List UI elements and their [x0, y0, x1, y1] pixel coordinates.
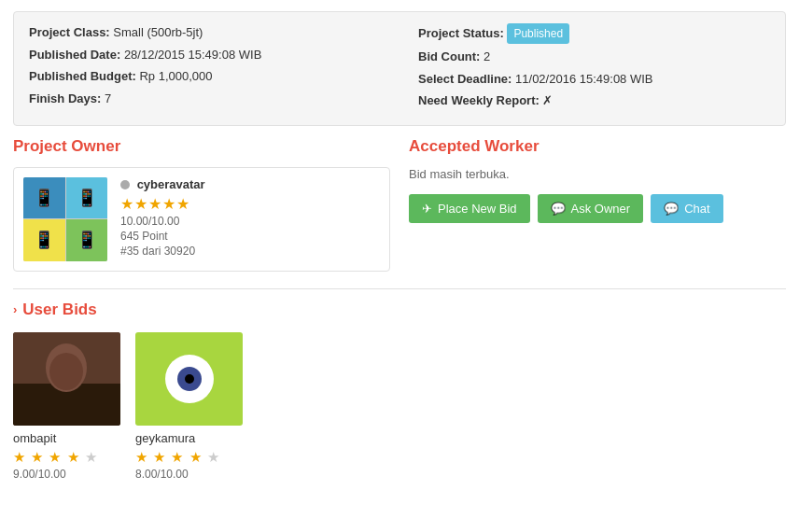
monster-pupil-inner — [185, 374, 194, 384]
bid-score-ombapit: 9.00/10.00 — [13, 468, 66, 481]
place-bid-label: Place New Bid — [438, 202, 517, 216]
user-bids-section: › User Bids ombap — [13, 301, 786, 481]
owner-rank: #35 dari 30920 — [120, 245, 380, 258]
bid-stars-ombapit: ★ ★ ★ ★ ★ — [13, 449, 98, 466]
owner-avatar-mosaic: 📱 📱 📱 📱 — [23, 177, 107, 261]
select-deadline: Select Deadline: 11/02/2016 15:49:08 WIB — [418, 70, 770, 89]
finish-days: Finish Days: 7 — [29, 90, 381, 108]
owner-info: cyberavatar ★★★★★ 10.00/10.00 645 Point … — [120, 177, 380, 258]
star-3: ★ — [171, 449, 184, 465]
ask-owner-label: Ask Owner — [571, 202, 631, 216]
owner-username: cyberavatar — [137, 177, 205, 191]
user-bids-label: User Bids — [22, 301, 96, 319]
monster-eye — [165, 355, 214, 403]
bid-avatar-geykamura — [135, 332, 243, 426]
person-svg — [13, 332, 120, 426]
star-4: ★ — [67, 449, 80, 465]
star-2: ★ — [31, 449, 44, 465]
phone-blue: 📱 — [23, 177, 65, 219]
bid-avatar-ombapit — [13, 332, 120, 426]
published-date: Published Date: 28/12/2015 15:49:08 WIB — [29, 46, 381, 64]
published-budget: Published Budget: Rp 1,000,000 — [29, 67, 381, 86]
accepted-worker-title: Accepted Worker — [409, 137, 786, 156]
bid-stars-geykamura: ★ ★ ★ ★ ★ — [135, 449, 220, 466]
info-box: Project Class: Small (500rb-5jt) Publish… — [13, 11, 786, 126]
status-badge: Published — [507, 23, 569, 44]
bid-username-ombapit: ombapit — [13, 431, 56, 445]
project-owner-section: Project Owner 📱 📱 📱 📱 cyberavatar ★★★★★ … — [13, 137, 390, 272]
ask-owner-icon: 💬 — [551, 202, 566, 216]
need-weekly: Need Weekly Report: ✗ — [418, 91, 770, 110]
owner-score: 10.00/10.00 — [120, 215, 380, 228]
chevron-right-icon: › — [13, 302, 17, 316]
info-col-left: Project Class: Small (500rb-5jt) Publish… — [29, 23, 381, 114]
star-1: ★ — [135, 449, 148, 465]
accepted-worker-section: Accepted Worker Bid masih terbuka. ✈ Pla… — [409, 137, 786, 272]
owner-status-dot — [120, 180, 130, 189]
chat-button[interactable]: 💬 Chat — [651, 194, 722, 223]
bid-status-text: Bid masih terbuka. — [409, 167, 786, 181]
chat-label: Chat — [684, 202, 709, 216]
owner-name-row: cyberavatar — [120, 177, 380, 191]
place-bid-icon: ✈ — [422, 202, 432, 216]
phone-yellow: 📱 — [23, 219, 65, 261]
bids-list: ombapit ★ ★ ★ ★ ★ 9.00/10.00 — [13, 332, 786, 481]
bid-count: Bid Count: 2 — [418, 48, 770, 66]
monster-avatar — [135, 332, 243, 426]
place-bid-button[interactable]: ✈ Place New Bid — [409, 194, 530, 223]
owner-card: 📱 📱 📱 📱 cyberavatar ★★★★★ 10.00/10.00 64… — [13, 167, 390, 272]
star-1: ★ — [13, 449, 26, 465]
project-class: Project Class: Small (500rb-5jt) — [29, 23, 381, 42]
main-sections: Project Owner 📱 📱 📱 📱 cyberavatar ★★★★★ … — [13, 137, 786, 272]
phone-green: 📱 — [66, 219, 108, 261]
section-divider — [13, 288, 786, 289]
project-status: Project Status: Published — [418, 23, 770, 44]
star-3: ★ — [49, 449, 62, 465]
chat-icon: 💬 — [664, 202, 679, 216]
ask-owner-button[interactable]: 💬 Ask Owner — [538, 194, 644, 223]
star-4: ★ — [189, 449, 203, 465]
user-bids-title: › User Bids — [13, 301, 786, 319]
owner-stars: ★★★★★ — [120, 195, 380, 213]
star-5: ★ — [207, 449, 220, 465]
avatar: 📱 📱 📱 📱 — [23, 177, 107, 261]
star-5: ★ — [85, 449, 98, 465]
star-2: ★ — [153, 449, 166, 465]
action-buttons: ✈ Place New Bid 💬 Ask Owner 💬 Chat — [409, 194, 786, 223]
info-col-right: Project Status: Published Bid Count: 2 S… — [418, 23, 770, 114]
bid-username-geykamura: geykamura — [135, 431, 195, 445]
svg-point-3 — [49, 353, 83, 390]
monster-pupil — [177, 367, 202, 391]
bid-score-geykamura: 8.00/10.00 — [135, 468, 189, 481]
owner-points: 645 Point — [120, 230, 380, 243]
bid-card-geykamura: geykamura ★ ★ ★ ★ ★ 8.00/10.00 — [135, 332, 243, 481]
project-owner-title: Project Owner — [13, 137, 390, 156]
avatar-person-icon — [13, 332, 120, 426]
bid-card-ombapit: ombapit ★ ★ ★ ★ ★ 9.00/10.00 — [13, 332, 120, 481]
phone-cyan: 📱 — [66, 177, 108, 219]
